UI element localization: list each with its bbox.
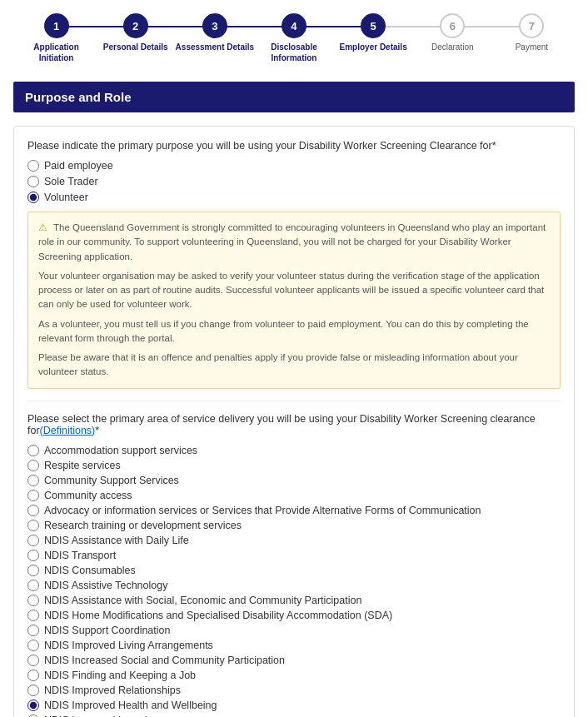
- step-circle-3: 4: [282, 13, 306, 38]
- radio-item-paid[interactable]: Paid employee: [27, 160, 561, 172]
- service-input-ndis-support-coord[interactable]: [27, 625, 39, 636]
- service-label-ndis-home: NDIS Home Modifications and Specialised …: [44, 610, 392, 621]
- service-item-research[interactable]: Research training or development service…: [27, 520, 561, 531]
- service-label-accommodation: Accommodation support services: [44, 445, 197, 456]
- service-label-community-support: Community Support Services: [44, 475, 179, 486]
- service-item-ndis-increased-social[interactable]: NDIS Increased Social and Community Part…: [27, 655, 561, 666]
- step-label-4: Employer Details: [340, 42, 407, 52]
- service-item-ndis-learning[interactable]: NDIS Improved Learning: [27, 715, 561, 718]
- service-label-ndis-learning: NDIS Improved Learning: [44, 715, 159, 718]
- radio-input-sole[interactable]: [27, 176, 39, 187]
- service-input-ndis-learning[interactable]: [27, 715, 39, 718]
- service-item-ndis-finding-job[interactable]: NDIS Finding and Keeping a Job: [27, 670, 561, 681]
- service-input-ndis-health[interactable]: [27, 700, 39, 711]
- service-input-ndis-relationships[interactable]: [27, 685, 39, 696]
- step-circle-0: 1: [44, 13, 69, 38]
- section-title: Purpose and Role: [25, 90, 132, 104]
- step-0[interactable]: 1Application Initiation: [17, 13, 96, 63]
- section-header: Purpose and Role: [13, 82, 575, 112]
- step-6: 7Payment: [492, 13, 571, 52]
- radio-label-volunteer: Volunteer: [44, 192, 88, 203]
- service-input-ndis-transport[interactable]: [27, 550, 39, 561]
- service-label-ndis-transport: NDIS Transport: [44, 550, 116, 561]
- service-label-ndis-improved-living: NDIS Improved Living Arrangements: [44, 640, 213, 651]
- service-item-respite[interactable]: Respite services: [27, 460, 561, 471]
- step-4[interactable]: 5Employer Details: [334, 13, 413, 52]
- radio-input-paid[interactable]: [27, 160, 39, 172]
- service-label-ndis-social: NDIS Assistance with Social, Economic an…: [44, 595, 361, 606]
- service-input-accommodation[interactable]: [27, 445, 39, 456]
- step-circle-5: 6: [440, 13, 465, 38]
- service-item-ndis-improved-living[interactable]: NDIS Improved Living Arrangements: [27, 640, 561, 651]
- service-input-ndis-home[interactable]: [27, 610, 39, 621]
- service-area-question: Please select the primary area of servic…: [27, 413, 561, 436]
- radio-label-sole: Sole Trader: [44, 176, 98, 187]
- definitions-link[interactable]: (Definitions): [40, 425, 96, 436]
- step-label-0: Application Initiation: [17, 42, 96, 63]
- service-item-ndis-relationships[interactable]: NDIS Improved Relationships: [27, 685, 561, 696]
- step-2[interactable]: 3Assessment Details: [175, 13, 254, 52]
- service-label-ndis-assistive: NDIS Assistive Technology: [44, 580, 167, 591]
- service-input-ndis-assistive[interactable]: [27, 580, 39, 591]
- primary-purpose-options: Paid employeeSole TraderVolunteer: [27, 160, 561, 203]
- service-label-ndis-increased-social: NDIS Increased Social and Community Part…: [44, 655, 285, 666]
- step-label-2: Assessment Details: [176, 42, 255, 52]
- service-label-ndis-support-coord: NDIS Support Coordination: [44, 625, 170, 636]
- service-item-ndis-transport[interactable]: NDIS Transport: [27, 550, 561, 561]
- service-input-ndis-improved-living[interactable]: [27, 640, 39, 651]
- service-input-research[interactable]: [27, 520, 39, 531]
- service-input-respite[interactable]: [27, 460, 39, 471]
- service-input-ndis-social[interactable]: [27, 595, 39, 606]
- step-label-3: Disclosable Information: [254, 42, 333, 63]
- service-input-advocacy[interactable]: [27, 505, 39, 516]
- service-label-community-access: Community access: [44, 490, 132, 501]
- volunteer-info-box: ⚠ The Queensland Government is strongly …: [27, 212, 561, 389]
- purpose-card: Please indicate the primary purpose you …: [13, 126, 575, 717]
- service-label-ndis-relationships: NDIS Improved Relationships: [44, 685, 181, 696]
- service-label-advocacy: Advocacy or information services or Serv…: [44, 505, 481, 516]
- radio-item-volunteer[interactable]: Volunteer: [27, 192, 561, 203]
- service-label-ndis-consumables: NDIS Consumables: [44, 565, 136, 576]
- step-label-1: Personal Details: [103, 42, 168, 52]
- step-circle-1: 2: [123, 13, 148, 38]
- service-item-ndis-support-coord[interactable]: NDIS Support Coordination: [27, 625, 561, 636]
- service-item-community-access[interactable]: Community access: [27, 490, 561, 501]
- step-circle-4: 5: [361, 13, 386, 38]
- service-item-ndis-health[interactable]: NDIS Improved Health and Wellbeing: [27, 700, 561, 711]
- step-3[interactable]: 4Disclosable Information: [254, 13, 333, 63]
- service-item-ndis-daily-life[interactable]: NDIS Assistance with Daily Life: [27, 535, 561, 546]
- service-input-ndis-finding-job[interactable]: [27, 670, 39, 681]
- divider: [27, 401, 561, 401]
- service-label-research: Research training or development service…: [44, 520, 242, 531]
- warning-icon: ⚠: [38, 222, 47, 232]
- service-item-accommodation[interactable]: Accommodation support services: [27, 445, 561, 456]
- service-input-community-support[interactable]: [27, 475, 39, 486]
- radio-item-sole[interactable]: Sole Trader: [27, 176, 561, 187]
- step-1[interactable]: 2Personal Details: [96, 13, 175, 52]
- service-label-ndis-health: NDIS Improved Health and Wellbeing: [44, 700, 217, 711]
- service-input-ndis-consumables[interactable]: [27, 565, 39, 576]
- step-circle-2: 3: [202, 13, 227, 38]
- service-item-ndis-home[interactable]: NDIS Home Modifications and Specialised …: [27, 610, 561, 621]
- service-item-community-support[interactable]: Community Support Services: [27, 475, 561, 486]
- primary-purpose-question: Please indicate the primary purpose you …: [27, 140, 561, 152]
- service-input-community-access[interactable]: [27, 490, 39, 501]
- service-input-ndis-daily-life[interactable]: [27, 535, 39, 546]
- step-label-5: Declaration: [431, 42, 474, 52]
- stepper: 1Application Initiation2Personal Details…: [0, 0, 588, 73]
- service-label-ndis-finding-job: NDIS Finding and Keeping a Job: [44, 670, 196, 681]
- step-5: 6Declaration: [413, 13, 492, 52]
- service-input-ndis-increased-social[interactable]: [27, 655, 39, 666]
- service-label-respite: Respite services: [44, 460, 121, 471]
- service-item-advocacy[interactable]: Advocacy or information services or Serv…: [27, 505, 561, 516]
- service-label-ndis-daily-life: NDIS Assistance with Daily Life: [44, 535, 189, 546]
- service-item-ndis-social[interactable]: NDIS Assistance with Social, Economic an…: [27, 595, 561, 606]
- service-item-ndis-assistive[interactable]: NDIS Assistive Technology: [27, 580, 561, 591]
- service-area-options: Accommodation support servicesRespite se…: [27, 445, 561, 718]
- radio-label-paid: Paid employee: [44, 160, 113, 172]
- radio-input-volunteer[interactable]: [27, 192, 39, 203]
- service-item-ndis-consumables[interactable]: NDIS Consumables: [27, 565, 561, 576]
- step-circle-6: 7: [519, 13, 544, 38]
- step-label-6: Payment: [516, 42, 548, 52]
